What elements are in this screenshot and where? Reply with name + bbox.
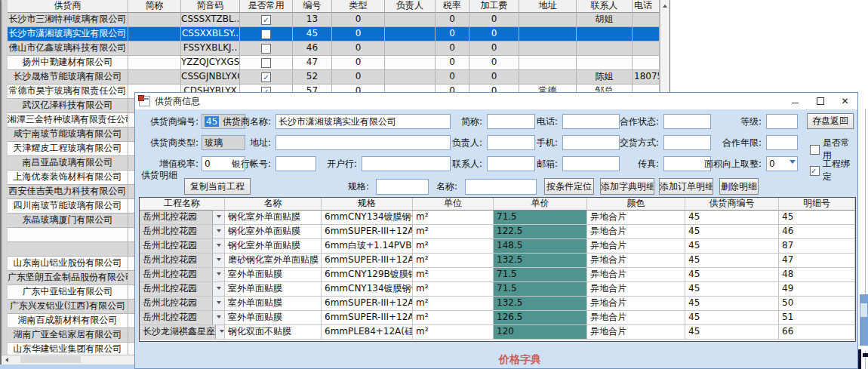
common-checkbox[interactable]: [261, 58, 271, 68]
close-button[interactable]: ✕: [833, 94, 857, 109]
chevron-down-icon[interactable]: [212, 225, 224, 238]
chevron-down-icon[interactable]: [212, 311, 224, 324]
col-header-spec[interactable]: 规格: [322, 198, 413, 211]
table-row[interactable]: 长沙市三湘特种玻璃有限公司CSSSXTZBL..13000胡姐: [8, 13, 660, 27]
table-row[interactable]: 扬州中勤建材有限公司YZZQJCYXGS47000: [8, 56, 660, 70]
chevron-down-icon[interactable]: [212, 282, 224, 296]
chevron-down-icon[interactable]: [212, 211, 224, 224]
col-header-fee[interactable]: 加工费: [469, 0, 519, 13]
locate-button[interactable]: 按条件定位: [544, 178, 594, 195]
col-header-unit[interactable]: 单位: [413, 198, 494, 211]
detail-row[interactable]: 岳州北控花园钢化室外单面贴膜6mmSUPER-III+12A(硅..m²122.…: [140, 225, 855, 239]
common-checkbox[interactable]: [261, 15, 271, 25]
common-checkbox[interactable]: [261, 44, 271, 54]
project-select[interactable]: 岳州北控花园: [140, 225, 225, 239]
detail-row[interactable]: 岳州北控花园室外单面贴膜6mmSUPER-III+12A(硅..m²132.5异…: [140, 297, 855, 311]
add-order-detail-button[interactable]: 添加订单明细: [659, 178, 713, 195]
maximize-button[interactable]: [808, 94, 833, 109]
round-up-label: 面积向上取整:: [686, 156, 762, 171]
minimize-button[interactable]: [783, 94, 808, 109]
col-header-project[interactable]: 工程名称: [140, 198, 225, 211]
spec-filter-input[interactable]: [376, 179, 429, 195]
project-select[interactable]: 岳州北控花园: [140, 311, 225, 325]
manager-label: 负责人:: [422, 135, 482, 150]
project-select[interactable]: 岳州北控花园: [140, 254, 225, 268]
window-bottom-band: [0, 364, 134, 369]
col-header-name[interactable]: 名称: [225, 198, 322, 211]
project-select[interactable]: 岳州北控花园: [140, 268, 225, 282]
detail-table: 工程名称 名称 规格 单位 单价 颜色 供货商编号 明细号 岳州北控花园钢化室外…: [139, 197, 856, 342]
common-checkbox[interactable]: [261, 29, 271, 39]
price-cell: 71.5: [494, 211, 587, 225]
round-up-dropdown[interactable]: 0: [766, 156, 798, 171]
detail-table-header: 工程名称 名称 规格 单位 单价 颜色 供货商编号 明细号: [140, 198, 855, 211]
dialog-title: 供货商信息: [155, 95, 200, 108]
col-header-price[interactable]: 单价: [494, 198, 587, 211]
col-header-shortname[interactable]: 简称: [128, 0, 181, 13]
col-header-supplierno[interactable]: 供货商编号: [685, 198, 779, 211]
price-cell: 132.5: [494, 254, 587, 268]
col-header-contact[interactable]: 联系人: [577, 0, 633, 13]
delete-detail-button[interactable]: 删除明细: [719, 178, 759, 195]
project-bind-checkbox[interactable]: 工程绑定: [810, 158, 857, 183]
detail-row[interactable]: 岳州北控花园钢化室外单面贴膜6mmCNY134镀膜钢化m²71.5异地合片454…: [140, 211, 855, 225]
detail-row[interactable]: 岳州北控花园磨砂钢化室外单面贴膜6mmSUPER-III+12A(硅..m²13…: [140, 254, 855, 268]
short-name-label: 简称:: [422, 114, 482, 129]
chevron-down-icon[interactable]: [212, 268, 224, 281]
chevron-down-icon[interactable]: [212, 297, 224, 310]
chevron-down-icon[interactable]: [212, 239, 224, 253]
background-scrollbar[interactable]: [860, 294, 868, 346]
detail-row[interactable]: 长沙龙湖祺鑫星座钢化双面不贴膜6mmPLE84+12A(硅酮胶..m²120异地…: [140, 325, 855, 340]
supplier-no-label: 供货商编号:: [138, 114, 199, 129]
address-label: 地址:: [211, 135, 271, 150]
col-header-detailno[interactable]: 明细号: [779, 198, 855, 211]
scrollbar-thumb[interactable]: [20, 356, 81, 363]
table-row[interactable]: 佛山市亿鑫玻璃科技有限公司FSSYXBLKJ..46000: [8, 42, 660, 56]
chevron-down-icon[interactable]: [215, 325, 225, 339]
supplier-name-label: 供货商名称:: [211, 114, 271, 129]
save-return-button[interactable]: 存盘返回: [807, 113, 854, 129]
price-cell: 126.5: [494, 311, 587, 325]
table-row[interactable]: 长沙晟格节能玻璃有限公司CSSGJNBLYXGS52000陈姐180751: [8, 70, 660, 85]
project-select[interactable]: 长沙龙湖祺鑫星座: [140, 325, 225, 340]
name-filter-input[interactable]: [465, 179, 537, 195]
detail-row[interactable]: 岳州北控花园室外单面贴膜6mmSUPER-III+12A(硅..m²126.5异…: [140, 311, 855, 325]
background-window-fragment: [863, 353, 868, 357]
col-header-code[interactable]: 简音码: [181, 0, 240, 13]
add-dict-detail-button[interactable]: 添加字典明细: [600, 178, 654, 195]
dialog-titlebar[interactable]: 供货商信息 ✕: [135, 93, 857, 109]
col-header-address[interactable]: 地址: [519, 0, 577, 13]
price-dictionary-label: 价格字典: [499, 353, 541, 367]
col-header-supplier[interactable]: 供货商: [8, 0, 128, 13]
copy-project-button[interactable]: 复制当前工程: [184, 178, 251, 195]
background-scrollbar-thumb[interactable]: [860, 303, 867, 317]
detail-row[interactable]: 岳州北控花园室外单面贴膜6mmCNY129B镀膜钢化m²71.5异地合片4548: [140, 268, 855, 282]
project-select[interactable]: 岳州北控花园: [140, 211, 225, 225]
scroll-left-icon[interactable]: [5, 358, 8, 362]
col-header-color[interactable]: 颜色: [587, 198, 685, 211]
email-label: 邮箱:: [497, 156, 558, 171]
col-header-common[interactable]: 是否常用: [240, 0, 293, 13]
detail-row[interactable]: 岳州北控花园钢化室外单面贴膜6mm白玻+1.14PVB+6mm..m²148.5…: [140, 239, 855, 254]
supplier-info-dialog: 供货商信息 ✕ 供货商编号: 45 供货商名称: 长沙市潇湘玻璃实业有限公司 简…: [134, 92, 858, 369]
table-row-selected[interactable]: 长沙市潇湘玻璃实业有限公司CSSXXBLSY..45000: [8, 27, 660, 42]
price-cell: 120: [494, 325, 587, 340]
project-select[interactable]: 岳州北控花园: [140, 239, 225, 254]
col-header-phone[interactable]: 电话: [633, 0, 660, 13]
project-select[interactable]: 岳州北控花园: [140, 297, 225, 311]
detail-row[interactable]: 岳州北控花园室外单面贴膜6mmCNY134镀膜钢化m²71.5异地合片4549: [140, 282, 855, 297]
form-icon: [139, 96, 150, 106]
coop-years-field[interactable]: [766, 135, 798, 150]
project-select[interactable]: 岳州北控花园: [140, 282, 225, 297]
col-header-manager[interactable]: 负责人: [385, 0, 436, 13]
chevron-down-icon: [790, 160, 796, 164]
bank-account-label: 银行帐号:: [211, 156, 271, 171]
grade-field[interactable]: [766, 114, 798, 129]
common-checkbox[interactable]: [261, 72, 271, 82]
scroll-up-icon[interactable]: [663, 5, 667, 8]
price-cell: 132.5: [494, 297, 587, 311]
chevron-down-icon[interactable]: [212, 254, 224, 267]
col-header-tax[interactable]: 税率: [436, 0, 469, 13]
col-header-type[interactable]: 类型: [332, 0, 385, 13]
col-header-id[interactable]: 编号: [293, 0, 332, 13]
